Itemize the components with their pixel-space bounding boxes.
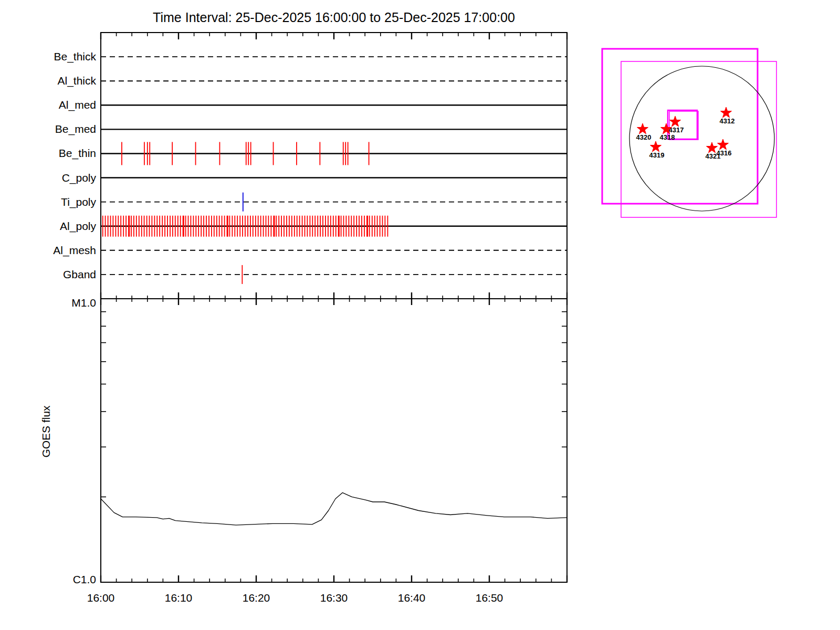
x-tick-label: 16:50	[476, 592, 503, 604]
active-region-star-4319	[650, 141, 662, 152]
active-region-star-4321	[707, 142, 718, 153]
x-tick-label: 16:10	[165, 592, 193, 604]
channel-label-C_poly: C_poly	[62, 172, 97, 184]
figure-title: Time Interval: 25-Dec-2025 16:00:00 to 2…	[153, 10, 515, 25]
active-region-label-4316: 4316	[717, 149, 732, 157]
figure-root: Time Interval: 25-Dec-2025 16:00:00 to 2…	[0, 0, 840, 630]
active-region-star-4312	[721, 107, 732, 118]
channel-label-Be_thin: Be_thin	[59, 147, 96, 160]
channel-label-Al_med: Al_med	[59, 99, 96, 111]
active-region-star-4317	[670, 116, 681, 127]
x-tick-label: 16:00	[87, 592, 115, 604]
active-region-star-4320	[637, 123, 648, 134]
active-region-label-4312: 4312	[720, 117, 735, 125]
goes-ytick-top-label: M1.0	[71, 297, 96, 309]
goes-flux-curve	[101, 492, 567, 525]
channel-label-Al_poly: Al_poly	[60, 220, 96, 233]
channel-label-Al_thick: Al_thick	[57, 75, 96, 87]
goes-panel-border	[101, 299, 567, 582]
active-region-label-4319: 4319	[649, 151, 665, 159]
x-tick-label: 16:30	[320, 592, 348, 604]
active-region-label-4318: 4318	[660, 133, 675, 141]
channel-label-Al_mesh: Al_mesh	[53, 244, 96, 257]
goes-y-axis-title: GOES flux	[40, 405, 52, 458]
goes-ytick-bottom-label: C1.0	[73, 573, 96, 585]
channel-label-Gband: Gband	[63, 268, 96, 280]
channel-label-Be_thick: Be_thick	[54, 50, 96, 63]
channel-label-Be_med: Be_med	[55, 123, 96, 135]
active-region-label-4320: 4320	[636, 133, 652, 141]
xrt-goes-figure: Time Interval: 25-Dec-2025 16:00:00 to 2…	[0, 0, 840, 630]
x-tick-label: 16:20	[243, 592, 270, 604]
chart-content: Be_thickAl_thickAl_medBe_medBe_thinC_pol…	[53, 33, 776, 604]
active-region-star-4316	[718, 139, 729, 150]
channel-label-Ti_poly: Ti_poly	[61, 196, 96, 208]
x-tick-label: 16:40	[398, 592, 426, 604]
filter-timeline-panel-border	[101, 33, 567, 299]
